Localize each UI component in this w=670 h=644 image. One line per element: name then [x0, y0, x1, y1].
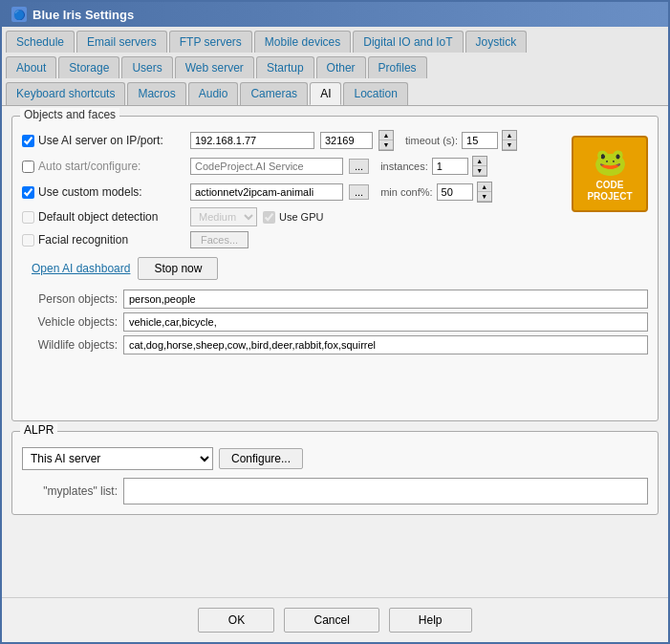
tab-joystick[interactable]: Joystick [465, 31, 528, 53]
tab-macros[interactable]: Macros [127, 82, 185, 105]
min-conf-group: min conf%: ▲ ▼ [380, 182, 491, 203]
tab-other[interactable]: Other [316, 56, 366, 78]
instances-spinner[interactable]: ▲ ▼ [472, 156, 487, 177]
faces-button[interactable]: Faces... [190, 231, 249, 248]
tab-row-2: About Storage Users Web server Startup O… [2, 53, 668, 78]
timeout-spinner[interactable]: ▲ ▼ [502, 130, 517, 151]
timeout-spin-down[interactable]: ▼ [503, 140, 516, 150]
alpr-server-row: This AI server Configure... [22, 447, 648, 470]
tab-about[interactable]: About [6, 56, 56, 78]
custom-models-label[interactable]: Use custom models: [22, 185, 184, 199]
cp-icon: 🐸 [594, 146, 627, 178]
min-conf-label: min conf%: [380, 186, 432, 198]
tab-keyboard-shortcuts[interactable]: Keyboard shortcuts [6, 82, 125, 105]
timeout-value[interactable] [462, 132, 498, 149]
use-gpu-checkbox [263, 211, 275, 224]
tab-web-server[interactable]: Web server [175, 56, 254, 78]
cp-text: CODEPROJECT [587, 180, 632, 203]
custom-models-browse-btn[interactable]: ... [349, 184, 369, 200]
myplates-input[interactable] [123, 478, 648, 504]
use-gpu-label: Use GPU [263, 211, 425, 224]
tab-schedule[interactable]: Schedule [6, 31, 75, 53]
code-project-logo: 🐸 CODEPROJECT [572, 136, 648, 212]
instances-group: instances: ▲ ▼ [380, 156, 487, 177]
instances-spin-up[interactable]: ▲ [473, 157, 486, 166]
tab-profiles[interactable]: Profiles [368, 56, 427, 78]
facial-recognition-checkbox[interactable] [22, 234, 34, 247]
min-conf-spin-up[interactable]: ▲ [478, 182, 491, 192]
footer: OK Cancel Help [2, 597, 668, 642]
port-field[interactable] [320, 132, 373, 149]
port-spinner[interactable]: ▲ ▼ [378, 130, 394, 151]
wildlife-objects-input[interactable] [123, 335, 648, 354]
title-bar: 🔵 Blue Iris Settings [2, 2, 668, 27]
tab-storage[interactable]: Storage [58, 56, 119, 78]
min-conf-spinner[interactable]: ▲ ▼ [477, 182, 492, 203]
person-objects-label: Person objects: [22, 292, 118, 306]
objects-faces-group: Objects and faces 🐸 CODEPROJECT Use AI s… [11, 116, 659, 421]
main-window: 🔵 Blue Iris Settings Schedule Email serv… [0, 0, 670, 644]
custom-models-checkbox[interactable] [22, 186, 34, 199]
tab-digital-io[interactable]: Digital IO and IoT [353, 31, 463, 53]
timeout-group: timeout (s): ▲ ▼ [405, 130, 517, 151]
tab-mobile-devices[interactable]: Mobile devices [254, 31, 351, 53]
window-title: Blue Iris Settings [32, 8, 134, 22]
vehicle-objects-row: Vehicle objects: [22, 312, 648, 332]
port-spin-up[interactable]: ▲ [379, 131, 393, 140]
tab-location[interactable]: Location [343, 82, 407, 105]
myplates-label: "myplates" list: [22, 484, 118, 498]
vehicle-objects-input[interactable] [123, 312, 648, 332]
tab-row-3: Keyboard shortcuts Macros Audio Cameras … [2, 78, 668, 105]
timeout-spin-up[interactable]: ▲ [503, 131, 516, 140]
medium-select[interactable]: Medium [190, 207, 257, 226]
default-object-row: Default object detection Medium Use GPU [22, 207, 648, 226]
min-conf-value[interactable] [437, 183, 473, 201]
use-ai-server-checkbox[interactable] [22, 135, 34, 147]
default-object-label[interactable]: Default object detection [22, 210, 184, 224]
auto-start-service-field [190, 158, 343, 175]
auto-start-checkbox[interactable] [22, 161, 34, 173]
tab-row-1: Schedule Email servers FTP servers Mobil… [2, 27, 668, 53]
tab-users[interactable]: Users [121, 56, 172, 78]
auto-start-browse-btn[interactable]: ... [349, 159, 369, 174]
port-spin-down[interactable]: ▼ [379, 140, 393, 150]
custom-models-field[interactable] [190, 183, 343, 201]
use-ai-server-label[interactable]: Use AI server on IP/port: [22, 134, 184, 147]
tabs-container: Schedule Email servers FTP servers Mobil… [2, 27, 668, 106]
tab-startup[interactable]: Startup [256, 56, 314, 78]
facial-recognition-row: Facial recognition Faces... [22, 231, 648, 248]
tab-cameras[interactable]: Cameras [240, 82, 308, 105]
instances-label: instances: [380, 161, 428, 172]
open-ai-dashboard-link[interactable]: Open AI dashboard [32, 262, 130, 275]
content-area: Objects and faces 🐸 CODEPROJECT Use AI s… [2, 106, 668, 597]
ip-field[interactable] [190, 132, 314, 149]
person-objects-input[interactable] [123, 290, 648, 309]
alpr-label: ALPR [20, 423, 57, 437]
person-objects-row: Person objects: [22, 290, 648, 309]
timeout-label: timeout (s): [405, 135, 458, 146]
help-button[interactable]: Help [389, 608, 472, 633]
alpr-configure-button[interactable]: Configure... [219, 448, 303, 469]
app-icon: 🔵 [11, 7, 27, 22]
facial-recognition-label[interactable]: Facial recognition [22, 233, 184, 247]
tab-ftp-servers[interactable]: FTP servers [169, 31, 252, 53]
vehicle-objects-label: Vehicle objects: [22, 315, 118, 329]
use-ai-server-row: Use AI server on IP/port: ▲ ▼ timeout (s… [22, 130, 648, 151]
min-conf-spin-down[interactable]: ▼ [478, 192, 491, 202]
auto-start-label[interactable]: Auto start/configure: [22, 160, 184, 173]
cancel-button[interactable]: Cancel [284, 608, 378, 633]
instances-value[interactable] [432, 158, 468, 175]
tab-audio[interactable]: Audio [188, 82, 239, 105]
custom-models-row: Use custom models: ... min conf%: ▲ ▼ [22, 182, 648, 203]
tab-ai[interactable]: AI [310, 82, 341, 105]
myplates-row: "myplates" list: [22, 478, 648, 504]
ai-settings-grid: Use AI server on IP/port: ▲ ▼ timeout (s… [22, 126, 648, 280]
default-object-checkbox[interactable] [22, 211, 34, 224]
tab-email-servers[interactable]: Email servers [76, 31, 167, 53]
stop-now-button[interactable]: Stop now [138, 257, 218, 280]
instances-spin-down[interactable]: ▼ [473, 166, 486, 176]
ok-button[interactable]: OK [198, 608, 274, 633]
dashboard-row: Open AI dashboard Stop now [32, 257, 648, 280]
alpr-server-select[interactable]: This AI server [22, 447, 213, 470]
alpr-group: ALPR This AI server Configure... "myplat… [11, 431, 659, 515]
